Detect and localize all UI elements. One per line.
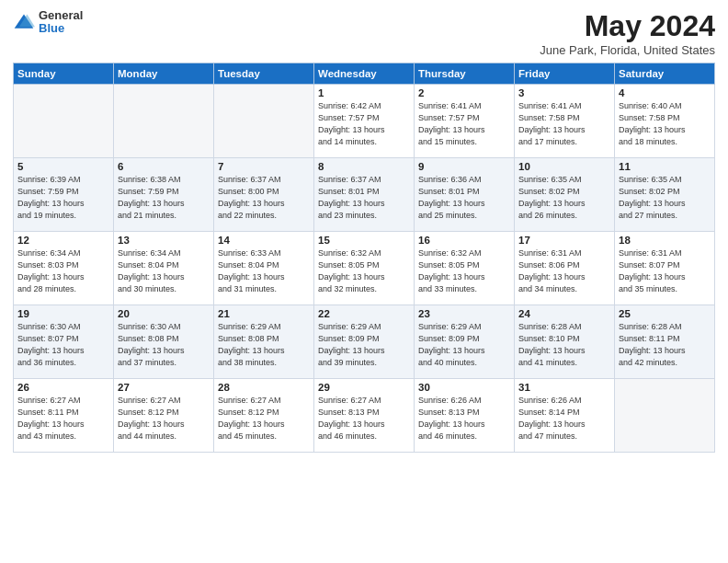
calendar-week-5: 26Sunrise: 6:27 AMSunset: 8:11 PMDayligh… bbox=[14, 379, 715, 453]
day-number: 14 bbox=[218, 235, 310, 246]
calendar-cell: 7Sunrise: 6:37 AMSunset: 8:00 PMDaylight… bbox=[214, 158, 314, 232]
calendar-cell: 28Sunrise: 6:27 AMSunset: 8:12 PMDayligh… bbox=[214, 379, 314, 453]
calendar-cell bbox=[214, 85, 314, 158]
col-thursday: Thursday bbox=[415, 63, 515, 85]
day-info: Sunrise: 6:26 AMSunset: 8:14 PMDaylight:… bbox=[518, 395, 610, 442]
day-number: 19 bbox=[17, 308, 109, 319]
day-number: 9 bbox=[418, 161, 510, 172]
calendar-week-3: 12Sunrise: 6:34 AMSunset: 8:03 PMDayligh… bbox=[14, 232, 715, 305]
calendar-cell: 13Sunrise: 6:34 AMSunset: 8:04 PMDayligh… bbox=[114, 232, 214, 305]
day-info: Sunrise: 6:33 AMSunset: 8:04 PMDaylight:… bbox=[218, 247, 310, 295]
calendar-cell: 20Sunrise: 6:30 AMSunset: 8:08 PMDayligh… bbox=[114, 305, 214, 379]
day-info: Sunrise: 6:27 AMSunset: 8:12 PMDaylight:… bbox=[218, 395, 310, 442]
calendar-cell bbox=[114, 85, 214, 158]
calendar-cell: 21Sunrise: 6:29 AMSunset: 8:08 PMDayligh… bbox=[214, 305, 314, 379]
calendar-cell: 24Sunrise: 6:28 AMSunset: 8:10 PMDayligh… bbox=[515, 305, 615, 379]
day-info: Sunrise: 6:35 AMSunset: 8:02 PMDaylight:… bbox=[518, 174, 610, 222]
day-info: Sunrise: 6:32 AMSunset: 8:05 PMDaylight:… bbox=[318, 247, 410, 295]
day-info: Sunrise: 6:29 AMSunset: 8:08 PMDaylight:… bbox=[218, 321, 310, 369]
day-info: Sunrise: 6:35 AMSunset: 8:02 PMDaylight:… bbox=[619, 174, 711, 222]
day-number: 29 bbox=[318, 382, 410, 393]
day-info: Sunrise: 6:32 AMSunset: 8:05 PMDaylight:… bbox=[418, 247, 510, 295]
day-info: Sunrise: 6:41 AMSunset: 7:57 PMDaylight:… bbox=[418, 100, 510, 148]
day-info: Sunrise: 6:37 AMSunset: 8:00 PMDaylight:… bbox=[218, 174, 310, 222]
calendar-cell: 11Sunrise: 6:35 AMSunset: 8:02 PMDayligh… bbox=[615, 158, 715, 232]
day-info: Sunrise: 6:40 AMSunset: 7:58 PMDaylight:… bbox=[619, 100, 711, 148]
day-info: Sunrise: 6:38 AMSunset: 7:59 PMDaylight:… bbox=[118, 174, 210, 222]
calendar-cell: 1Sunrise: 6:42 AMSunset: 7:57 PMDaylight… bbox=[314, 85, 415, 158]
day-info: Sunrise: 6:41 AMSunset: 7:58 PMDaylight:… bbox=[518, 100, 610, 148]
day-number: 18 bbox=[619, 235, 711, 246]
day-info: Sunrise: 6:31 AMSunset: 8:06 PMDaylight:… bbox=[518, 247, 610, 295]
logo-blue-text: Blue bbox=[39, 22, 83, 35]
day-info: Sunrise: 6:30 AMSunset: 8:08 PMDaylight:… bbox=[118, 321, 210, 369]
day-number: 22 bbox=[318, 308, 410, 319]
col-monday: Monday bbox=[114, 63, 214, 85]
day-number: 30 bbox=[418, 382, 510, 393]
day-number: 16 bbox=[418, 235, 510, 246]
day-number: 31 bbox=[518, 382, 610, 393]
calendar-cell: 30Sunrise: 6:26 AMSunset: 8:13 PMDayligh… bbox=[415, 379, 515, 453]
day-info: Sunrise: 6:28 AMSunset: 8:10 PMDaylight:… bbox=[518, 321, 610, 369]
day-number: 8 bbox=[318, 161, 410, 172]
logo-text: General Blue bbox=[39, 9, 83, 36]
day-number: 11 bbox=[619, 161, 711, 172]
calendar-cell: 12Sunrise: 6:34 AMSunset: 8:03 PMDayligh… bbox=[14, 232, 114, 305]
calendar-cell: 31Sunrise: 6:26 AMSunset: 8:14 PMDayligh… bbox=[515, 379, 615, 453]
day-number: 10 bbox=[518, 161, 610, 172]
col-saturday: Saturday bbox=[615, 63, 715, 85]
calendar-cell: 4Sunrise: 6:40 AMSunset: 7:58 PMDaylight… bbox=[615, 85, 715, 158]
calendar-cell: 25Sunrise: 6:28 AMSunset: 8:11 PMDayligh… bbox=[615, 305, 715, 379]
calendar-week-1: 1Sunrise: 6:42 AMSunset: 7:57 PMDaylight… bbox=[14, 85, 715, 158]
calendar-cell: 17Sunrise: 6:31 AMSunset: 8:06 PMDayligh… bbox=[515, 232, 615, 305]
calendar-cell: 14Sunrise: 6:33 AMSunset: 8:04 PMDayligh… bbox=[214, 232, 314, 305]
calendar-header-row: Sunday Monday Tuesday Wednesday Thursday… bbox=[14, 63, 715, 85]
title-location: June Park, Florida, United States bbox=[540, 43, 715, 57]
day-info: Sunrise: 6:27 AMSunset: 8:13 PMDaylight:… bbox=[318, 395, 410, 442]
day-info: Sunrise: 6:37 AMSunset: 8:01 PMDaylight:… bbox=[318, 174, 410, 222]
header: General Blue May 2024 June Park, Florida… bbox=[13, 9, 715, 57]
day-number: 5 bbox=[17, 161, 109, 172]
day-info: Sunrise: 6:30 AMSunset: 8:07 PMDaylight:… bbox=[17, 321, 109, 369]
day-number: 25 bbox=[619, 308, 711, 319]
calendar-cell: 9Sunrise: 6:36 AMSunset: 8:01 PMDaylight… bbox=[415, 158, 515, 232]
calendar-cell: 16Sunrise: 6:32 AMSunset: 8:05 PMDayligh… bbox=[415, 232, 515, 305]
calendar-cell: 29Sunrise: 6:27 AMSunset: 8:13 PMDayligh… bbox=[314, 379, 415, 453]
calendar-cell: 18Sunrise: 6:31 AMSunset: 8:07 PMDayligh… bbox=[615, 232, 715, 305]
calendar-cell: 23Sunrise: 6:29 AMSunset: 8:09 PMDayligh… bbox=[415, 305, 515, 379]
calendar-cell: 6Sunrise: 6:38 AMSunset: 7:59 PMDaylight… bbox=[114, 158, 214, 232]
title-block: May 2024 June Park, Florida, United Stat… bbox=[540, 9, 715, 57]
day-number: 4 bbox=[619, 87, 711, 98]
day-number: 3 bbox=[518, 87, 610, 98]
logo: General Blue bbox=[13, 9, 83, 36]
day-number: 13 bbox=[118, 235, 210, 246]
calendar-cell: 2Sunrise: 6:41 AMSunset: 7:57 PMDaylight… bbox=[415, 85, 515, 158]
day-number: 1 bbox=[318, 87, 410, 98]
day-number: 2 bbox=[418, 87, 510, 98]
day-number: 12 bbox=[17, 235, 109, 246]
calendar-cell bbox=[14, 85, 114, 158]
day-number: 7 bbox=[218, 161, 310, 172]
calendar-cell: 26Sunrise: 6:27 AMSunset: 8:11 PMDayligh… bbox=[14, 379, 114, 453]
day-number: 15 bbox=[318, 235, 410, 246]
title-month: May 2024 bbox=[540, 9, 715, 43]
day-info: Sunrise: 6:26 AMSunset: 8:13 PMDaylight:… bbox=[418, 395, 510, 442]
calendar-cell: 19Sunrise: 6:30 AMSunset: 8:07 PMDayligh… bbox=[14, 305, 114, 379]
day-info: Sunrise: 6:31 AMSunset: 8:07 PMDaylight:… bbox=[619, 247, 711, 295]
day-info: Sunrise: 6:27 AMSunset: 8:12 PMDaylight:… bbox=[118, 395, 210, 442]
col-tuesday: Tuesday bbox=[214, 63, 314, 85]
day-info: Sunrise: 6:34 AMSunset: 8:04 PMDaylight:… bbox=[118, 247, 210, 295]
logo-general-text: General bbox=[39, 9, 83, 22]
day-info: Sunrise: 6:28 AMSunset: 8:11 PMDaylight:… bbox=[619, 321, 711, 369]
day-info: Sunrise: 6:29 AMSunset: 8:09 PMDaylight:… bbox=[418, 321, 510, 369]
col-sunday: Sunday bbox=[14, 63, 114, 85]
col-friday: Friday bbox=[515, 63, 615, 85]
col-wednesday: Wednesday bbox=[314, 63, 415, 85]
calendar-week-2: 5Sunrise: 6:39 AMSunset: 7:59 PMDaylight… bbox=[14, 158, 715, 232]
day-info: Sunrise: 6:34 AMSunset: 8:03 PMDaylight:… bbox=[17, 247, 109, 295]
day-info: Sunrise: 6:39 AMSunset: 7:59 PMDaylight:… bbox=[17, 174, 109, 222]
day-number: 6 bbox=[118, 161, 210, 172]
calendar-cell: 5Sunrise: 6:39 AMSunset: 7:59 PMDaylight… bbox=[14, 158, 114, 232]
day-number: 20 bbox=[118, 308, 210, 319]
day-info: Sunrise: 6:27 AMSunset: 8:11 PMDaylight:… bbox=[17, 395, 109, 442]
